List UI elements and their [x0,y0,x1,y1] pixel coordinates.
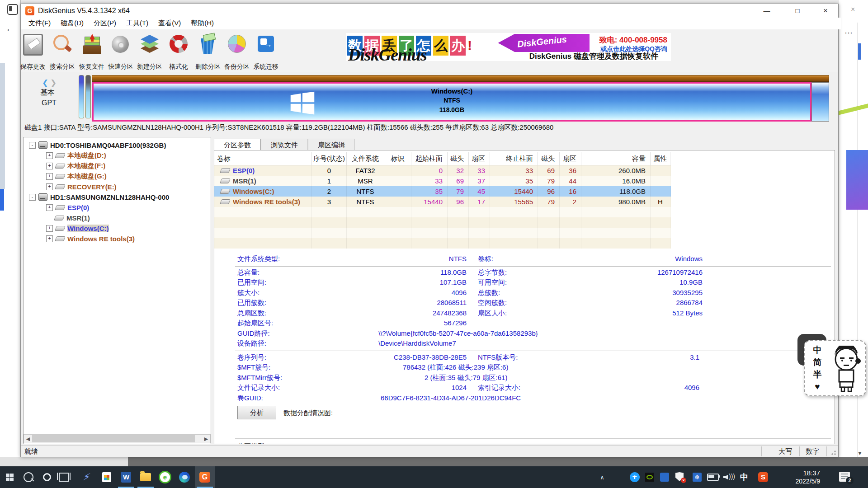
expand-icon[interactable]: + [46,183,53,190]
windows-c-partition-bar[interactable]: Windows(C:) NTFS 118.0GB [92,82,811,122]
notification-badge: 2 [846,477,854,484]
scroll-down-icon[interactable]: ▼ [857,450,863,456]
tray-intel-graphics-icon[interactable] [658,466,671,488]
action-center-button[interactable]: 2 [839,472,850,482]
tree-item-f[interactable]: + 本地磁盘(F:) [46,161,105,171]
partition-fs: NTFS [94,96,810,105]
disk-tree-panel: - HD0:TOSHIBAMQ04ABF100(932GB) + 本地磁盘(D:… [23,137,211,444]
analyze-button[interactable]: 分析 [237,406,276,419]
banner-ad[interactable]: 数 据 丢 了 怎 么 办 ! DiskGenius DiskGenius 致电… [346,33,671,61]
pinned-app-thunder[interactable]: ⚡ [78,466,96,488]
expand-icon[interactable]: + [46,152,53,159]
re-tools-partition-bar[interactable] [811,82,829,122]
type-guid-value: EBD0A0A2-B9E5-4433-87C0-68B6B72699C7 [378,442,518,444]
prev-disk-icon[interactable]: ❮ [42,78,48,88]
sector-size-value: 512 Bytes [612,309,703,317]
file-explorer-button[interactable] [137,466,155,488]
menu-disk[interactable]: 磁盘(D) [56,18,89,29]
maximize-button[interactable]: □ [785,4,810,18]
tab-panel-icon[interactable] [7,4,18,15]
tray-nvidia-icon[interactable] [643,466,656,488]
partition-size: 118.0GB [94,105,810,115]
windows-logo-icon [6,474,14,481]
menu-help[interactable]: 帮助(H) [186,18,219,29]
tab-sector-edit[interactable]: 扇区编辑 [308,139,355,150]
tab-partition-params[interactable]: 分区参数 [214,139,261,150]
start-button[interactable] [2,466,17,488]
recover-files-icon [82,34,102,56]
menu-view[interactable]: 查看(V) [153,18,186,29]
task-view-button[interactable] [56,466,71,488]
tree-item-hd1[interactable]: - HD1:SAMSUNGMZNLN128HAHQ-000 [29,192,169,202]
tray-expand-button[interactable]: ∧ [596,466,609,488]
background-scrollbar-thumb[interactable] [858,43,861,60]
pinned-app-green-browser[interactable]: e [156,466,174,488]
tree-scrollbar[interactable]: ◀ ▶ [24,434,211,443]
expand-icon[interactable]: + [46,204,53,211]
pinned-app-edge[interactable] [175,466,193,488]
pinned-app-store[interactable] [98,466,116,488]
fs-type-label: 文件系统类型: [237,255,280,263]
tray-dingtalk-icon[interactable] [628,466,641,488]
back-arrow-icon[interactable]: ← [5,23,15,34]
resize-grip[interactable] [831,450,836,455]
minimize-button[interactable]: — [754,4,779,18]
scroll-right-icon[interactable]: ▶ [202,435,210,443]
collapse-icon[interactable]: - [29,142,36,149]
tree-item-esp[interactable]: + ESP(0) [46,202,89,212]
table-row[interactable]: Windows RE tools(3) 3NTFS 154409617 1556… [214,197,671,207]
title-bar[interactable]: G DiskGenius V5.4.3.1342 x64 — □ × [21,4,838,18]
partition-icon [55,164,66,169]
pinned-app-word[interactable]: W [117,466,135,488]
tree-item-d[interactable]: + 本地磁盘(D:) [46,150,106,160]
expand-icon[interactable]: + [46,235,53,242]
tray-defender-icon[interactable]: × [674,466,686,488]
tray-snowflake-icon[interactable]: ❄ [691,466,703,488]
esp-partition-bar[interactable] [79,75,84,118]
ime-mode-chinese[interactable]: 中 [812,344,823,356]
tree-item-msr[interactable]: MSR(1) [55,213,90,223]
partition-name: Windows(C:) [94,86,810,96]
close-button[interactable]: × [813,4,838,18]
harddisk-icon [38,193,47,201]
system-migration-button[interactable]: → 系统迁移 [251,33,281,72]
tree-item-windows-c[interactable]: + Windows(C:) [46,223,109,233]
ime-favorite-icon[interactable]: ♥ [812,380,823,393]
tray-sogou-icon[interactable]: S [757,466,769,488]
ime-mode-halfwidth[interactable]: 半 [812,368,823,380]
taskbar-diskgenius-active[interactable]: G [195,466,215,488]
banner-tile: 么 [433,36,448,56]
collapse-icon[interactable]: - [29,194,36,201]
clock-time: 18:37 [796,469,821,477]
next-disk-icon[interactable]: ❯ [50,78,57,88]
tree-item-g[interactable]: + 本地磁盘(G:) [46,171,107,181]
more-options-icon[interactable]: ⋯ [844,28,853,38]
expand-icon[interactable]: + [46,225,53,232]
cortana-button[interactable] [40,466,54,488]
tab-browse-files[interactable]: 浏览文件 [261,139,308,150]
expand-icon[interactable]: + [46,163,53,169]
numlock-indicator: 数字 [806,447,819,456]
table-row[interactable]: MSR(1) 1MSR 336937 357944 16.0MB [214,176,671,186]
tray-volume-icon[interactable]: ))) [722,466,735,488]
ime-panel[interactable]: 中 简 半 ♥ [804,340,866,396]
menu-partition[interactable]: 分区(P) [89,18,121,29]
msr-partition-bar[interactable] [85,75,91,118]
tree-item-re-tools[interactable]: + Windows RE tools(3) [46,234,135,244]
ime-mode-simplified[interactable]: 简 [812,356,823,368]
scroll-left-icon[interactable]: ◀ [24,435,32,443]
menu-tools[interactable]: 工具(T) [121,18,153,29]
menu-file[interactable]: 文件(F) [24,18,56,29]
table-row[interactable]: ESP(0) 0FAT32 03233 336936 260.0MB [214,165,671,176]
scrollbar-thumb[interactable] [32,435,195,442]
ime-widget[interactable]: 中 简 半 ♥ [804,340,866,396]
expand-icon[interactable]: + [46,173,53,180]
table-row-selected[interactable]: Windows(C:) 2NTFS 357945 154409616 118.0… [214,186,671,197]
search-button[interactable] [21,466,36,488]
tray-battery-icon[interactable] [706,466,720,488]
background-close-icon[interactable]: × [851,5,855,14]
tray-ime-mode[interactable]: 中 [738,466,750,488]
tree-item-recovery[interactable]: + RECOVERY(E:) [46,182,117,192]
taskbar-clock[interactable]: 18:37 2022/5/9 [796,469,821,486]
tree-item-hd0[interactable]: - HD0:TOSHIBAMQ04ABF100(932GB) [29,140,166,150]
